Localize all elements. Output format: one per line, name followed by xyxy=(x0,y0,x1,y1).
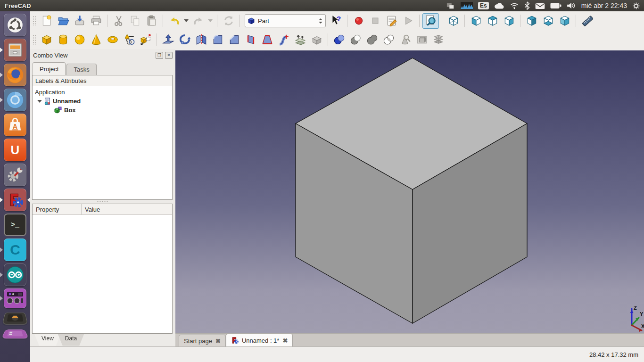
tab-start-page[interactable]: Start page ✖ xyxy=(179,335,226,346)
defeaturing-button[interactable] xyxy=(413,32,430,48)
wifi-icon[interactable] xyxy=(510,2,519,9)
redo-button[interactable] xyxy=(190,13,206,29)
fillet-button[interactable] xyxy=(209,32,226,48)
extrude-button[interactable] xyxy=(160,32,176,48)
property-table-body[interactable] xyxy=(33,215,172,333)
print-button[interactable] xyxy=(88,13,104,29)
value-column-header[interactable]: Value xyxy=(82,204,100,214)
view-rear-button[interactable] xyxy=(523,13,540,29)
boolean-button[interactable] xyxy=(331,32,347,48)
launcher-window-app[interactable] xyxy=(1,329,29,338)
view-left-button[interactable] xyxy=(556,13,573,29)
shape-builder-button[interactable] xyxy=(137,32,154,48)
create-primitives-button[interactable] xyxy=(121,32,137,48)
offset-button[interactable] xyxy=(292,32,308,48)
workbench-selector[interactable]: Part xyxy=(245,14,326,27)
fit-all-button[interactable] xyxy=(422,13,439,29)
check-geometry-button[interactable] xyxy=(397,32,413,48)
thickness-button[interactable] xyxy=(308,32,325,48)
launcher-ubuntu-one[interactable]: U xyxy=(4,139,26,161)
save-button[interactable] xyxy=(71,13,88,29)
torus-button[interactable] xyxy=(104,32,121,48)
launcher-freecad[interactable] xyxy=(4,189,26,211)
toolbar-separator xyxy=(520,15,520,27)
intersection-button[interactable] xyxy=(380,32,397,48)
view-front-button[interactable] xyxy=(468,13,484,29)
tab-data[interactable]: Data xyxy=(58,334,84,346)
close-tab-icon[interactable]: ✖ xyxy=(282,337,288,344)
launcher-terminal[interactable]: >_ xyxy=(4,214,26,236)
workbench-spinner[interactable] xyxy=(319,18,323,24)
cut-boolean-button[interactable] xyxy=(347,32,364,48)
cut-button[interactable] xyxy=(110,13,127,29)
dock-close-icon[interactable]: ✕ xyxy=(165,52,173,59)
tree-item-document[interactable]: Unnamed xyxy=(33,97,172,106)
sweep-button[interactable] xyxy=(275,32,292,48)
tab-project[interactable]: Project xyxy=(33,62,66,75)
revolve-button[interactable] xyxy=(176,32,193,48)
toolbar-grip[interactable] xyxy=(33,16,37,26)
tree-item-box[interactable]: Box xyxy=(33,106,172,115)
launcher-chromium[interactable] xyxy=(4,89,26,111)
macro-edit-button[interactable] xyxy=(383,13,400,29)
cloud-icon[interactable] xyxy=(494,2,504,9)
volume-icon[interactable] xyxy=(567,2,576,9)
launcher-software-center[interactable]: A xyxy=(4,114,26,136)
macro-play-button[interactable] xyxy=(400,13,416,29)
battery-icon[interactable] xyxy=(550,2,561,9)
tree-root-application[interactable]: Application xyxy=(33,88,172,97)
paste-button[interactable] xyxy=(143,13,160,29)
launcher-firefox[interactable] xyxy=(4,64,26,86)
cross-sections-button[interactable] xyxy=(430,32,446,48)
dock-float-icon[interactable]: ❐ xyxy=(156,52,163,59)
copy-button[interactable] xyxy=(127,13,143,29)
view-top-button[interactable] xyxy=(484,13,501,29)
open-file-button[interactable] xyxy=(55,13,71,29)
tab-tasks[interactable]: Tasks xyxy=(66,64,96,75)
loft-button[interactable] xyxy=(259,32,275,48)
undo-dropdown-arrow[interactable] xyxy=(182,13,190,29)
session-gear-icon[interactable] xyxy=(632,2,640,10)
mirror-button[interactable] xyxy=(193,32,209,48)
launcher-stacked-app[interactable] xyxy=(2,313,28,325)
toolbar-grip[interactable] xyxy=(33,34,37,45)
mail-icon[interactable] xyxy=(535,2,545,9)
ruled-surface-button[interactable] xyxy=(242,32,259,48)
close-tab-icon[interactable]: ✖ xyxy=(215,337,221,345)
measure-distance-button[interactable] xyxy=(579,13,595,29)
tab-unnamed-document[interactable]: Unnamed : 1* ✖ xyxy=(226,334,293,346)
3d-viewport[interactable]: Z Y X xyxy=(175,49,644,333)
undo-button[interactable] xyxy=(166,13,182,29)
sphere-button[interactable] xyxy=(71,32,88,48)
system-monitor-icon[interactable] xyxy=(461,1,473,10)
macro-stop-button[interactable] xyxy=(367,13,383,29)
view-right-button[interactable] xyxy=(501,13,517,29)
refresh-button[interactable] xyxy=(220,13,237,29)
launcher-c-ide[interactable]: C xyxy=(4,239,26,261)
bluetooth-icon[interactable] xyxy=(524,1,530,10)
new-file-button[interactable] xyxy=(38,13,55,29)
launcher-ubuntu-dash[interactable] xyxy=(4,14,26,36)
combo-view-titlebar[interactable]: Combo View ❐ ✕ xyxy=(30,49,175,61)
cylinder-button[interactable] xyxy=(55,32,71,48)
whats-this-button[interactable]: ? xyxy=(328,13,344,29)
dock-splitter[interactable] xyxy=(30,200,175,204)
launcher-system-settings[interactable] xyxy=(4,164,26,186)
redo-dropdown-arrow[interactable] xyxy=(206,13,214,29)
macro-record-button[interactable] xyxy=(350,13,367,29)
clock[interactable]: mié abr 2 22:43 xyxy=(581,2,627,9)
view-axonometric-button[interactable] xyxy=(445,13,462,29)
union-button[interactable] xyxy=(364,32,380,48)
launcher-arduino[interactable] xyxy=(4,263,26,286)
tab-view[interactable]: View xyxy=(34,334,61,346)
keyboard-layout-badge[interactable]: Es xyxy=(478,2,489,9)
cone-button[interactable] xyxy=(88,32,104,48)
launcher-music-app[interactable] xyxy=(4,288,26,308)
property-column-header[interactable]: Property xyxy=(33,204,82,214)
view-bottom-button[interactable] xyxy=(540,13,556,29)
window-switcher-icon[interactable] xyxy=(446,1,455,10)
box-button[interactable] xyxy=(38,32,55,48)
expand-triangle-icon[interactable] xyxy=(37,100,42,103)
chamfer-button[interactable] xyxy=(226,32,242,48)
launcher-files[interactable] xyxy=(4,39,26,61)
